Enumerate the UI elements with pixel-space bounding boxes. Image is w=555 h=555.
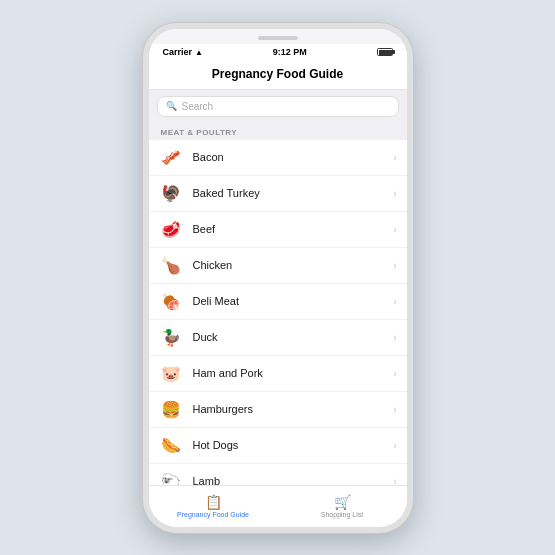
chevron-icon: › bbox=[393, 188, 396, 199]
status-bar: Carrier ▲ 9:12 PM bbox=[149, 44, 407, 61]
food-icon: 🍔 bbox=[157, 395, 185, 423]
tab-food-guide[interactable]: 📋 Pregnancy Food Guide bbox=[149, 486, 278, 527]
food-icon: 🍗 bbox=[157, 251, 185, 279]
food-name: Bacon bbox=[193, 151, 394, 163]
search-bar[interactable]: 🔍 Search bbox=[157, 96, 399, 117]
food-name: Lamb bbox=[193, 475, 394, 485]
food-icon: 🌭 bbox=[157, 431, 185, 459]
carrier-label: Carrier bbox=[163, 47, 193, 57]
list-item[interactable]: 🥓 Bacon › bbox=[149, 140, 407, 176]
tab-food-guide-label: Pregnancy Food Guide bbox=[177, 511, 249, 518]
food-list: 🥓 Bacon › 🦃 Baked Turkey › 🥩 Beef › 🍗 Ch… bbox=[149, 140, 407, 485]
chevron-icon: › bbox=[393, 260, 396, 271]
phone-top-bar bbox=[149, 29, 407, 44]
section-label: MEAT & POULTRY bbox=[161, 128, 238, 137]
food-icon: 🐷 bbox=[157, 359, 185, 387]
food-icon: 🥩 bbox=[157, 215, 185, 243]
search-icon: 🔍 bbox=[166, 101, 177, 111]
time-display: 9:12 PM bbox=[273, 47, 307, 57]
app-header: Pregnancy Food Guide bbox=[149, 61, 407, 90]
list-item[interactable]: 🦆 Duck › bbox=[149, 320, 407, 356]
chevron-icon: › bbox=[393, 224, 396, 235]
list-item[interactable]: 🥩 Beef › bbox=[149, 212, 407, 248]
food-icon: 🐑 bbox=[157, 467, 185, 485]
food-name: Chicken bbox=[193, 259, 394, 271]
chevron-icon: › bbox=[393, 476, 396, 485]
list-item[interactable]: 🍗 Chicken › bbox=[149, 248, 407, 284]
status-left: Carrier ▲ bbox=[163, 47, 203, 57]
chevron-icon: › bbox=[393, 368, 396, 379]
food-name: Hot Dogs bbox=[193, 439, 394, 451]
list-item[interactable]: 🐑 Lamb › bbox=[149, 464, 407, 485]
phone-frame: Carrier ▲ 9:12 PM Pregnancy Food Guide 🔍… bbox=[143, 23, 413, 533]
list-item[interactable]: 🐷 Ham and Pork › bbox=[149, 356, 407, 392]
status-right bbox=[377, 48, 393, 56]
food-guide-icon: 📋 bbox=[205, 494, 222, 510]
chevron-icon: › bbox=[393, 296, 396, 307]
wifi-icon: ▲ bbox=[195, 48, 203, 57]
food-name: Beef bbox=[193, 223, 394, 235]
chevron-icon: › bbox=[393, 440, 396, 451]
food-name: Deli Meat bbox=[193, 295, 394, 307]
food-icon: 🦆 bbox=[157, 323, 185, 351]
food-name: Ham and Pork bbox=[193, 367, 394, 379]
chevron-icon: › bbox=[393, 404, 396, 415]
list-item[interactable]: 🍔 Hamburgers › bbox=[149, 392, 407, 428]
list-item[interactable]: 🌭 Hot Dogs › bbox=[149, 428, 407, 464]
search-container: 🔍 Search bbox=[149, 90, 407, 123]
food-name: Baked Turkey bbox=[193, 187, 394, 199]
app-title: Pregnancy Food Guide bbox=[212, 67, 343, 81]
shopping-icon: 🛒 bbox=[334, 494, 351, 510]
food-icon: 🦃 bbox=[157, 179, 185, 207]
chevron-icon: › bbox=[393, 332, 396, 343]
food-name: Duck bbox=[193, 331, 394, 343]
phone-speaker bbox=[258, 36, 298, 40]
tab-shopping-list[interactable]: 🛒 Shopping List bbox=[278, 486, 407, 527]
list-item[interactable]: 🍖 Deli Meat › bbox=[149, 284, 407, 320]
food-icon: 🍖 bbox=[157, 287, 185, 315]
tab-bar: 📋 Pregnancy Food Guide 🛒 Shopping List bbox=[149, 485, 407, 527]
tab-shopping-label: Shopping List bbox=[321, 511, 363, 518]
section-header: MEAT & POULTRY bbox=[149, 123, 407, 140]
list-item[interactable]: 🦃 Baked Turkey › bbox=[149, 176, 407, 212]
search-placeholder: Search bbox=[182, 101, 214, 112]
battery-icon bbox=[377, 48, 393, 56]
food-icon: 🥓 bbox=[157, 143, 185, 171]
food-name: Hamburgers bbox=[193, 403, 394, 415]
chevron-icon: › bbox=[393, 152, 396, 163]
